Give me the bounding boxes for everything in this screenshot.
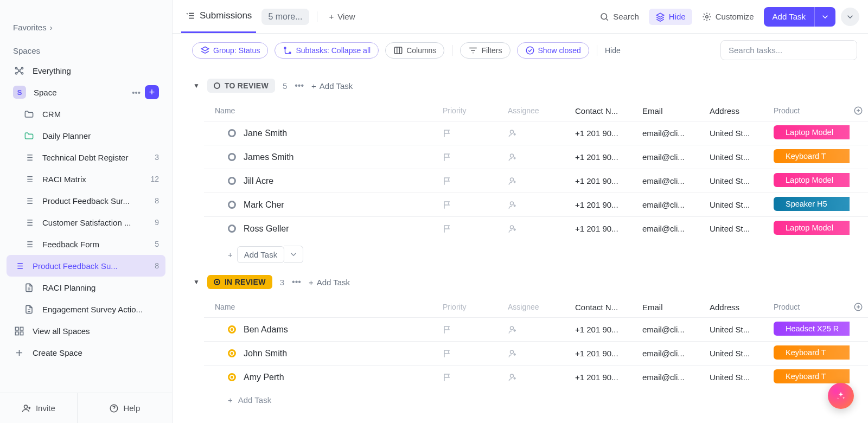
col-assignee[interactable]: Assignee	[508, 303, 575, 311]
row-status-icon[interactable]	[228, 225, 236, 233]
sidebar-item-view-all-spaces[interactable]: View all Spaces	[0, 320, 172, 342]
assignee-cell[interactable]	[508, 200, 575, 210]
assignee-cell[interactable]	[508, 152, 575, 162]
table-row[interactable]: Jill Acre+1 201 90...email@cli...United …	[204, 169, 868, 193]
col-email[interactable]: Email	[642, 106, 710, 116]
collapse-icon[interactable]: ▼	[193, 82, 200, 89]
col-contact[interactable]: Contact N...	[575, 303, 642, 312]
add-task-dropdown[interactable]	[814, 7, 835, 27]
sidebar-item-crm[interactable]: CRM	[0, 103, 172, 125]
row-status-icon[interactable]	[228, 349, 236, 357]
customize-button[interactable]: Customize	[698, 9, 758, 25]
priority-cell[interactable]	[443, 325, 508, 335]
row-status-icon[interactable]	[228, 201, 236, 209]
add-task-inline-button[interactable]: Add Task	[237, 246, 284, 263]
address-cell: United St...	[710, 325, 774, 334]
col-product[interactable]: Product	[774, 303, 850, 311]
tab-submissions[interactable]: Submissions	[181, 1, 256, 33]
sidebar-item-everything[interactable]: Everything	[0, 60, 172, 81]
assignee-cell[interactable]	[508, 176, 575, 186]
assignee-cell[interactable]	[508, 325, 575, 335]
table-row[interactable]: Jane Smith+1 201 90...email@cli...United…	[204, 121, 868, 145]
columns-chip[interactable]: Columns	[385, 42, 444, 59]
priority-cell[interactable]	[443, 224, 508, 234]
assignee-cell[interactable]	[508, 129, 575, 138]
table-row[interactable]: Mark Cher+1 201 90...email@cli...United …	[204, 193, 868, 216]
row-status-icon[interactable]	[228, 177, 236, 185]
priority-cell[interactable]	[443, 373, 508, 382]
add-column-button[interactable]	[850, 302, 867, 312]
help-button[interactable]: Help	[78, 393, 172, 423]
sidebar-item-feedback-form[interactable]: Feedback Form5	[0, 233, 172, 255]
sidebar-item-customer-satisfaction-survey[interactable]: Customer Satisfaction ...9	[0, 211, 172, 233]
add-task-button[interactable]: Add Task	[764, 7, 835, 27]
col-assignee[interactable]: Assignee	[508, 106, 575, 115]
search-button[interactable]: Search	[595, 9, 643, 25]
table-row[interactable]: Ben Adams+1 201 90...email@cli...United …	[204, 317, 868, 341]
col-contact[interactable]: Contact N...	[575, 106, 642, 116]
more-icon[interactable]: •••	[132, 88, 141, 97]
more-views-pill[interactable]: 5 more...	[261, 9, 309, 25]
table-row[interactable]: Amy Perth+1 201 90...email@cli...United …	[204, 365, 868, 389]
row-status-icon[interactable]	[228, 325, 236, 334]
favorites-header[interactable]: Favorites ›	[0, 23, 172, 36]
subtasks-chip[interactable]: Subtasks: Collapse all	[275, 42, 379, 59]
view-label: View	[337, 12, 355, 21]
priority-cell[interactable]	[443, 349, 508, 358]
col-priority[interactable]: Priority	[443, 106, 508, 115]
group-add-task[interactable]: +Add Task	[311, 81, 353, 91]
table-row[interactable]: Ross Geller+1 201 90...email@cli...Unite…	[204, 216, 868, 240]
col-product[interactable]: Product	[774, 106, 850, 115]
ai-fab-button[interactable]	[828, 383, 854, 409]
sidebar-item-space-root[interactable]: S Space ••• +	[0, 81, 172, 103]
sidebar-item-daily-planner[interactable]: Daily Planner	[0, 125, 172, 146]
priority-cell[interactable]	[443, 200, 508, 210]
row-status-icon[interactable]	[228, 373, 236, 381]
row-status-icon[interactable]	[228, 129, 236, 137]
divider	[597, 45, 597, 56]
col-name[interactable]: Name	[204, 106, 443, 115]
add-task-inline-dropdown[interactable]	[284, 246, 303, 263]
assignee-cell[interactable]	[508, 373, 575, 382]
invite-button[interactable]: Invite	[0, 393, 78, 423]
show-closed-chip[interactable]: Show closed	[517, 42, 589, 59]
sidebar-item-raci-planning[interactable]: RACI Planning	[0, 277, 172, 298]
group-more-icon[interactable]: •••	[295, 81, 304, 91]
sidebar-item-product-feedback-survey-responses[interactable]: Product Feedback Sur...8	[0, 190, 172, 211]
sidebar-item-create-space[interactable]: Create Space	[0, 342, 172, 363]
status-pill[interactable]: IN REVIEW	[207, 275, 272, 289]
assignee-cell[interactable]	[508, 349, 575, 358]
group-add-task[interactable]: +Add Task	[309, 278, 350, 287]
table-row[interactable]: John Smith+1 201 90...email@cli...United…	[204, 341, 868, 365]
search-tasks-input[interactable]	[720, 40, 857, 60]
sidebar-item-product-feedback-survey[interactable]: Product Feedback Su...8	[7, 255, 165, 277]
col-name[interactable]: Name	[204, 303, 443, 311]
add-view-button[interactable]: + View	[325, 9, 360, 24]
sidebar-item-technical-debt-register[interactable]: Technical Debt Register3	[0, 146, 172, 168]
hide-button[interactable]: Hide	[649, 9, 692, 25]
filters-chip[interactable]: Filters	[460, 42, 510, 59]
sidebar-item-raci-matrix[interactable]: RACI Matrix12	[0, 168, 172, 190]
col-address[interactable]: Address	[710, 106, 774, 116]
add-to-space-button[interactable]: +	[145, 85, 159, 99]
assignee-cell[interactable]	[508, 224, 575, 234]
sidebar-item-engagement-survey-action-plan[interactable]: Engagement Survey Actio...	[0, 298, 172, 320]
add-task-row: +Add Task	[204, 240, 868, 263]
priority-cell[interactable]	[443, 176, 508, 186]
plus-icon[interactable]: +	[228, 250, 233, 259]
overflow-button[interactable]	[841, 8, 859, 26]
add-column-button[interactable]	[850, 106, 867, 116]
table-row[interactable]: James Smith+1 201 90...email@cli...Unite…	[204, 145, 868, 169]
collapse-icon[interactable]: ▼	[193, 278, 200, 286]
col-email[interactable]: Email	[642, 303, 710, 312]
col-address[interactable]: Address	[710, 303, 774, 312]
col-priority[interactable]: Priority	[443, 303, 508, 311]
priority-cell[interactable]	[443, 129, 508, 138]
group-more-icon[interactable]: •••	[292, 277, 301, 287]
hide-filterbar-text[interactable]: Hide	[605, 46, 621, 55]
group-chip[interactable]: Group: Status	[192, 42, 268, 59]
add-task-row[interactable]: +Add Task	[204, 389, 868, 405]
priority-cell[interactable]	[443, 152, 508, 162]
status-pill[interactable]: TO REVIEW	[207, 79, 275, 93]
row-status-icon[interactable]	[228, 153, 236, 161]
